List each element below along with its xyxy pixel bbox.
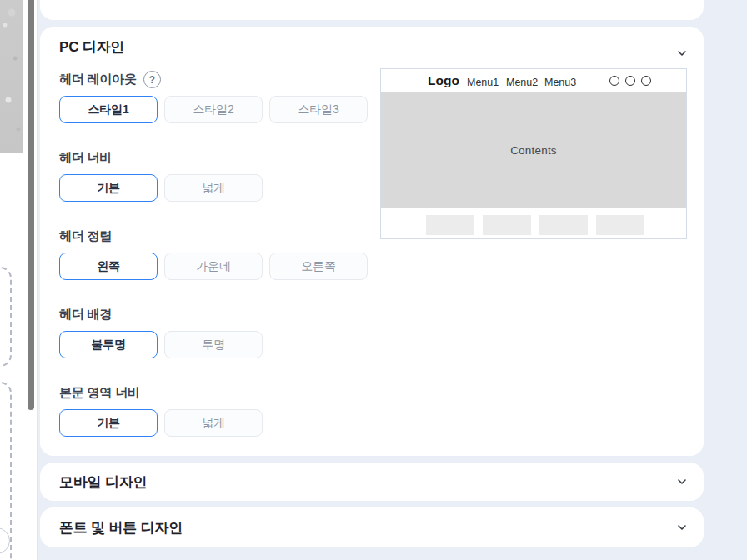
- previous-section-card: [40, 0, 704, 20]
- preview-footer-block: [596, 215, 644, 235]
- chevron-down-icon[interactable]: [675, 521, 689, 534]
- section-title: 모바일 디자인: [59, 472, 147, 492]
- chevron-down-icon[interactable]: [675, 475, 689, 488]
- option-button-center[interactable]: 가운데: [164, 252, 263, 280]
- setting-group-body-width: 본문 영역 너비 기본 넓게: [59, 384, 684, 437]
- preview-menu-item: Menu2: [506, 77, 538, 88]
- pc-layout-preview: Logo Menu1 Menu2 Menu3 Contents: [380, 68, 687, 239]
- setting-label: 헤더 정렬: [59, 228, 112, 244]
- setting-label: 헤더 배경: [59, 307, 112, 322]
- preview-contents-area: Contents: [381, 92, 686, 208]
- circle-icon: [625, 76, 635, 86]
- setting-label: 헤더 레이아웃: [59, 72, 137, 88]
- option-button-left[interactable]: 왼쪽: [59, 252, 158, 280]
- help-icon[interactable]: ?: [143, 71, 161, 88]
- option-button-wide[interactable]: 넓게: [164, 409, 263, 437]
- circle-icon: [641, 76, 651, 86]
- page-title: PC 디자인: [59, 38, 684, 57]
- preview-icon-group: [609, 76, 651, 86]
- section-font-button-design[interactable]: 폰트 및 버튼 디자인: [40, 508, 704, 548]
- setting-label: 본문 영역 너비: [59, 385, 140, 401]
- preview-footer-block: [539, 215, 588, 235]
- option-button-default[interactable]: 기본: [59, 174, 158, 202]
- setting-group-header-background: 헤더 배경 불투명 투명: [59, 306, 684, 358]
- option-row: 왼쪽 가운데 오른쪽: [59, 252, 684, 280]
- option-button-opaque[interactable]: 불투명: [59, 331, 158, 358]
- section-title: 폰트 및 버튼 디자인: [59, 518, 183, 538]
- section-pc-design: PC 디자인 헤더 레이아웃 ? 스타일1 스타일2 스타일3 헤더 너비 기본…: [40, 27, 704, 456]
- option-button-right[interactable]: 오른쪽: [269, 252, 368, 280]
- option-row: 기본 넓게: [59, 409, 684, 437]
- sidebar-thumbnail-image: [0, 0, 23, 152]
- preview-footer: [381, 208, 686, 238]
- option-button-transparent[interactable]: 투명: [164, 331, 263, 358]
- option-button-default[interactable]: 기본: [59, 409, 158, 437]
- section-mobile-design[interactable]: 모바일 디자인: [40, 462, 704, 501]
- option-button-wide[interactable]: 넓게: [164, 174, 263, 202]
- preview-footer-block: [426, 215, 474, 235]
- option-button-style1[interactable]: 스타일1: [59, 96, 158, 123]
- setting-label-row: 헤더 배경: [59, 306, 684, 323]
- setting-label-row: 본문 영역 너비: [59, 384, 684, 402]
- chevron-down-icon[interactable]: [675, 47, 689, 60]
- dashed-placeholder: [0, 267, 12, 367]
- preview-header: Logo Menu1 Menu2 Menu3: [381, 69, 686, 92]
- setting-label: 헤더 너비: [59, 150, 112, 166]
- preview-menu-item: Menu1: [467, 77, 499, 88]
- circle-icon: [609, 76, 619, 86]
- preview-menu-item: Menu3: [544, 77, 576, 88]
- option-button-style3[interactable]: 스타일3: [269, 96, 368, 123]
- scrollbar[interactable]: [28, 0, 34, 410]
- option-button-style2[interactable]: 스타일2: [164, 96, 263, 123]
- preview-logo: Logo: [428, 73, 459, 88]
- preview-footer-block: [483, 215, 531, 235]
- option-row: 불투명 투명: [59, 331, 684, 358]
